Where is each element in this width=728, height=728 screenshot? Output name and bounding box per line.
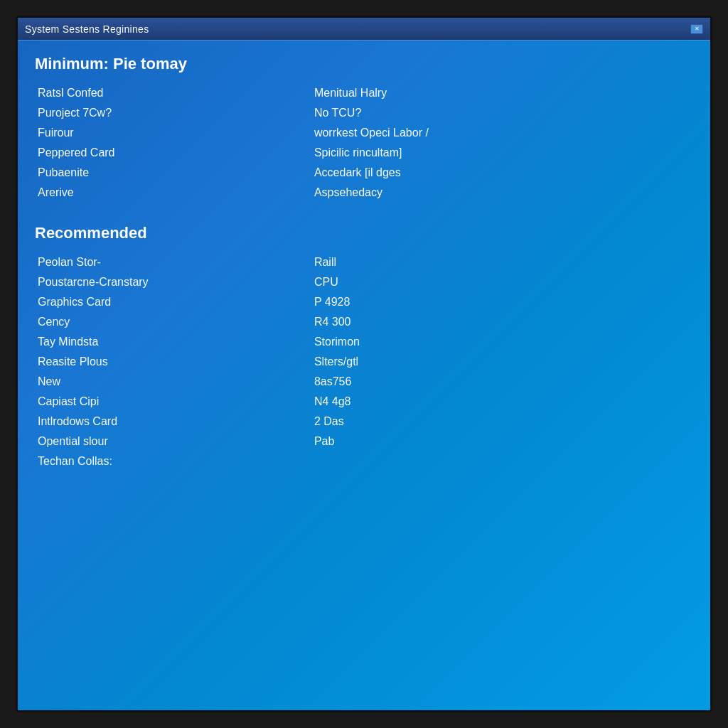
row-label: Fuirour (35, 123, 311, 143)
row-label: Cency (35, 312, 311, 332)
row-value: Spicilic rincultam] (311, 143, 693, 163)
close-button[interactable]: ✕ (690, 24, 703, 34)
table-row: Peolan Stor- Raill (35, 252, 693, 272)
row-label: Techan Collas: (35, 451, 311, 471)
row-label: Graphics Card (35, 292, 311, 312)
table-row: Ratsl Confed Menitual Halry (35, 83, 693, 103)
table-row: Arerive Aspsehedacy (35, 183, 693, 203)
row-value: worrkest Opeci Labor / (311, 123, 693, 143)
minimum-heading: Minimum: Pie tomay (35, 55, 693, 73)
window-title: System Sestens Reginines (25, 23, 149, 35)
row-label: Tay Mindsta (35, 332, 311, 352)
table-row: Opential slour Pab (35, 432, 693, 451)
row-label: Opential slour (35, 432, 311, 451)
row-label: Peolan Stor- (35, 252, 311, 272)
row-value: Aspsehedacy (311, 183, 693, 203)
row-value: 2 Das (311, 412, 693, 432)
main-window: System Sestens Reginines ✕ Minimum: Pie … (16, 16, 712, 712)
table-row: New 8as756 (35, 372, 693, 392)
table-row: Cency R4 300 (35, 312, 693, 332)
table-row: Graphics Card P 4928 (35, 292, 693, 312)
table-row: Pubaenite Accedark [il dges (35, 163, 693, 183)
row-value: Pab (311, 432, 693, 451)
table-row: Capiast Cipi N4 4g8 (35, 392, 693, 412)
recommended-heading: Recommended (35, 224, 693, 242)
table-row: Puroject 7Cw? No TCU? (35, 103, 693, 123)
table-row: Poustarcne-Cranstary CPU (35, 272, 693, 292)
row-label: Intlrodows Card (35, 412, 311, 432)
table-row: Fuirour worrkest Opeci Labor / (35, 123, 693, 143)
row-label: Ratsl Confed (35, 83, 311, 103)
row-label: Capiast Cipi (35, 392, 311, 412)
row-value: CPU (311, 272, 693, 292)
row-label: Peppered Card (35, 143, 311, 163)
row-value: Slters/gtl (311, 352, 693, 372)
row-value: Accedark [il dges (311, 163, 693, 183)
table-row: Tay Mindsta Storimon (35, 332, 693, 352)
row-value: Storimon (311, 332, 693, 352)
row-label: Poustarcne-Cranstary (35, 272, 311, 292)
table-row: Intlrodows Card 2 Das (35, 412, 693, 432)
table-row: Reasite Plous Slters/gtl (35, 352, 693, 372)
row-value (311, 451, 693, 471)
row-value: P 4928 (311, 292, 693, 312)
row-value: 8as756 (311, 372, 693, 392)
table-row: Techan Collas: (35, 451, 693, 471)
row-label: Puroject 7Cw? (35, 103, 311, 123)
row-label: Pubaenite (35, 163, 311, 183)
row-label: Reasite Plous (35, 352, 311, 372)
row-label: New (35, 372, 311, 392)
minimum-table: Ratsl Confed Menitual Halry Puroject 7Cw… (35, 83, 693, 203)
title-bar: System Sestens Reginines ✕ (18, 18, 710, 41)
row-value: R4 300 (311, 312, 693, 332)
content-area: Minimum: Pie tomay Ratsl Confed Menitual… (18, 41, 710, 710)
row-value: Menitual Halry (311, 83, 693, 103)
row-value: No TCU? (311, 103, 693, 123)
row-value: N4 4g8 (311, 392, 693, 412)
row-value: Raill (311, 252, 693, 272)
recommended-table: Peolan Stor- Raill Poustarcne-Cranstary … (35, 252, 693, 471)
table-row: Peppered Card Spicilic rincultam] (35, 143, 693, 163)
title-bar-controls: ✕ (690, 24, 703, 34)
row-label: Arerive (35, 183, 311, 203)
